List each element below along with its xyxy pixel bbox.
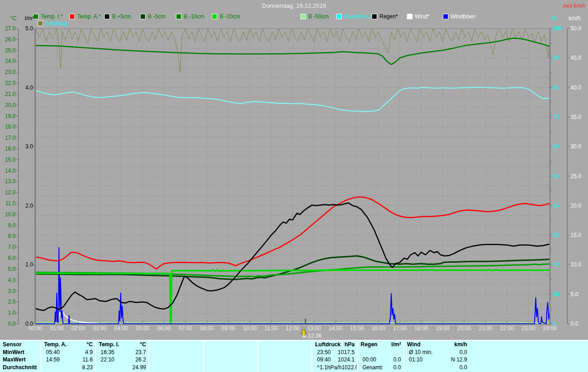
tick-label-time: 04:00 — [114, 325, 128, 332]
tick-label-celsius: 7.0 — [8, 244, 16, 250]
tick-label-celsius: 1.0 — [8, 310, 16, 316]
table-header-temp_a: Temp. A. — [41, 341, 67, 349]
table-cell-time: 05:40 — [41, 349, 60, 356]
tick-label-celsius: 15.0 — [5, 157, 16, 163]
tick-label-celsius: 8.0 — [8, 233, 16, 239]
tick-label-wind: 0.0 — [571, 321, 578, 327]
table-cell-time — [41, 364, 46, 372]
table-cell-value: 0.0 — [393, 364, 404, 372]
tick-label-time: 14:00 — [328, 325, 342, 332]
table-cell-time: 23:50 — [312, 349, 331, 356]
table-unit-luftdruck: hPa — [345, 341, 358, 349]
tick-label-time: 20:00 — [457, 325, 471, 332]
plot-area[interactable] — [35, 28, 550, 324]
table-cell-time — [96, 364, 101, 372]
tick-label-time: 09:00 — [221, 325, 235, 332]
table-header-regen: Regen — [358, 341, 378, 349]
table-cell-value: 1024.1 — [338, 356, 358, 364]
tick-label-humidity: 60 — [553, 143, 559, 150]
tick-label-rain: 2.0 — [25, 203, 33, 209]
tick-label-wind: 20.0 — [571, 203, 582, 209]
table-header-wind: Wind — [404, 341, 420, 349]
tick-label-celsius: 18.0 — [5, 124, 16, 130]
tick-label-humidity: 80 — [553, 85, 559, 91]
tick-label-wind: 15.0 — [571, 232, 582, 238]
tick-label-time: 16:00 — [372, 325, 385, 332]
table-cell-time: Ø 10 min. — [404, 349, 433, 356]
table-cell-value: 0.0 — [393, 356, 404, 364]
table-row-label: Sensor — [0, 341, 22, 349]
tick-label-celsius: 4.0 — [8, 277, 16, 283]
tick-label-time: 13:00 — [307, 325, 321, 332]
table-cell-time: 16:35 — [96, 349, 114, 356]
table-header-empty3 — [258, 341, 261, 349]
tick-label-wind: 10.0 — [571, 261, 582, 268]
tick-label-time: 17:00 — [393, 325, 407, 332]
table-cell-time — [149, 349, 154, 356]
tick-label-time: 02:00 — [71, 325, 85, 332]
tick-label-celsius: 26.0 — [5, 36, 16, 43]
tick-label-celsius: 21.0 — [5, 91, 16, 97]
tick-label-time: 15:00 — [350, 325, 364, 332]
tick-label-rain: 3.0 — [25, 143, 33, 150]
table-row-label: Durchschnitt — [0, 364, 37, 372]
table-cell-time — [258, 349, 263, 356]
tick-label-time: 07:00 — [179, 325, 192, 332]
tick-label-wind: 45.0 — [571, 55, 582, 61]
table-section-wind: Windkm/hØ 10 min.0.001:10N 12.90.0 — [403, 341, 588, 372]
tick-label-time: 18:00 — [414, 325, 428, 332]
tick-label-rain: 5.0 — [25, 25, 33, 32]
tick-label-humidity: 90 — [553, 55, 559, 61]
marker-blob-icon — [302, 335, 306, 338]
table-cell-value: 0.0 — [459, 349, 470, 356]
table-cell-time — [258, 356, 263, 364]
table-cell-value: 1022.0 — [342, 364, 358, 372]
tick-label-humidity: 40 — [553, 203, 559, 209]
tick-label-humidity: 10 — [553, 291, 559, 298]
tick-label-time: 23:00 — [521, 325, 535, 332]
tick-label-time: 19:00 — [436, 325, 450, 332]
table-section-empty1 — [148, 341, 203, 372]
tick-label-time: 00:00 — [28, 325, 42, 332]
tick-label-celsius: 0.0 — [8, 321, 16, 327]
tick-label-celsius: 11.0 — [6, 200, 16, 207]
table-cell-value: 24.99 — [132, 364, 149, 372]
table-section-temp_i: Temp. I.°C16:3523.722:1026.224.99 — [95, 341, 148, 372]
tick-label-celsius: 19.0 — [5, 113, 16, 119]
table-header-temp_i: Temp. I. — [96, 341, 119, 349]
table-row-label: MaxWert — [0, 356, 26, 364]
tick-label-time: 01:00 — [50, 325, 64, 332]
table-cell-time — [204, 349, 209, 356]
table-cell-value: 11.6 — [83, 356, 96, 364]
tick-label-celsius: 20.0 — [5, 102, 16, 108]
tick-label-humidity: 100 — [553, 25, 562, 32]
table-cell-time: Gesamt: — [358, 364, 383, 372]
tick-label-time: 05:00 — [136, 325, 149, 332]
table-cell-value: 26.2 — [136, 356, 149, 364]
tick-label-rain: 1.0 — [25, 261, 33, 268]
tick-label-wind: 30.0 — [571, 143, 582, 150]
tick-label-time: 03:00 — [93, 325, 107, 332]
table-cell-value: N 12.9 — [451, 356, 470, 364]
table-unit-wind: km/h — [454, 341, 470, 349]
tick-label-celsius: 25.0 — [5, 47, 16, 54]
weather-station-window: Donnerstag, 19.12.2019 Jarz Erich Temp. … — [0, 0, 588, 372]
tick-label-celsius: 5.0 — [8, 266, 16, 272]
table-cell-time: 22:10 — [96, 356, 114, 364]
tick-label-celsius: 24.0 — [5, 58, 16, 64]
table-cell-time — [149, 356, 154, 364]
table-unit-temp_a: °C — [87, 341, 96, 349]
tick-label-celsius: 23.0 — [5, 69, 16, 75]
table-cell-time: 00:00 — [358, 356, 376, 364]
tick-label-time: 12:00 — [286, 325, 300, 332]
table-row-label: MinWert — [0, 349, 24, 356]
tick-label-humidity: 20 — [553, 261, 559, 268]
tick-label-celsius: 10.0 — [5, 211, 16, 218]
table-section-empty2 — [203, 341, 257, 372]
table-cell-time: 14:59 — [41, 356, 60, 364]
tick-label-time: 11:00 — [265, 325, 278, 332]
table-cell-value: 4.9 — [85, 349, 96, 356]
table-unit-regen: l/m² — [391, 341, 404, 349]
tick-label-time: 21:00 — [479, 325, 492, 332]
chart-canvas: 27.026.025.024.023.022.021.020.019.018.0… — [0, 0, 588, 372]
